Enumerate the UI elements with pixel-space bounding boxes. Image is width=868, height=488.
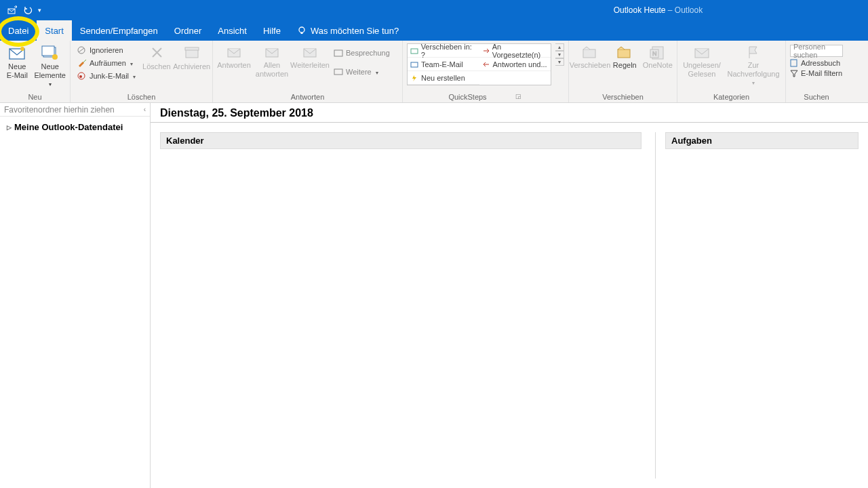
group-label-quicksteps: QuickSteps◲	[407, 92, 564, 102]
svg-rect-20	[411, 49, 418, 54]
undo-icon[interactable]	[23, 5, 33, 15]
svg-line-10	[83, 60, 86, 62]
quicksteps-scroll: ▴ ▾ ▾	[555, 43, 564, 66]
window-title: Outlook Heute – Outlook	[41, 5, 868, 15]
ignore-icon	[77, 46, 87, 54]
svg-point-12	[79, 75, 82, 78]
outlook-today-pane: Dienstag, 25. September 2018 Kalender Au…	[151, 103, 868, 488]
svg-line-9	[79, 48, 84, 52]
svg-point-1	[299, 27, 304, 33]
group-kategorien: Ungelesen/ Gelesen Zur Nachverfolgung ▾ …	[677, 41, 786, 102]
group-neu: Neue E-Mail Neue Elemente ▾ Neu	[0, 41, 71, 102]
unread-read-button[interactable]: Ungelesen/ Gelesen	[682, 43, 722, 78]
tab-folder[interactable]: Ordner	[166, 20, 210, 41]
tell-me-search[interactable]: Was möchten Sie tun?	[289, 20, 407, 41]
group-quicksteps: Verschieben in: ? An Vorgesetzte(n) Team…	[403, 41, 569, 102]
ignore-button[interactable]: Ignorieren	[75, 45, 138, 56]
svg-rect-14	[185, 47, 199, 50]
folder-move-icon	[410, 47, 418, 54]
followup-button[interactable]: Zur Nachverfolgung ▾	[726, 43, 781, 87]
group-label-verschieben: Verschieben	[573, 92, 673, 102]
group-antworten: Antworten Allen antworten Weiterleiten B…	[213, 41, 403, 102]
group-suchen: Personen suchen Adressbuch E-Mail filter…	[786, 41, 847, 102]
qs-scroll-up[interactable]: ▴	[555, 43, 564, 51]
calendar-heading: Kalender	[160, 132, 642, 149]
calendar-icon	[334, 49, 343, 57]
book-icon	[790, 59, 798, 67]
rules-button[interactable]: Regeln	[611, 43, 639, 70]
group-label-kategorien: Kategorien	[682, 92, 781, 102]
qs-reply-and[interactable]: Antworten und...	[479, 58, 551, 71]
lightbulb-icon	[297, 26, 307, 35]
reply-all-button[interactable]: Allen antworten	[255, 43, 289, 78]
qs-empty	[479, 71, 551, 85]
svg-point-4	[20, 47, 24, 51]
favorites-drop-hint[interactable]: Favoritenordner hierhin ziehen ‹	[0, 103, 150, 117]
quicksteps-dialog-launcher[interactable]: ◲	[514, 93, 523, 101]
qs-team-email[interactable]: Team-E-Mail	[408, 58, 479, 71]
junk-button[interactable]: Junk-E-Mail	[75, 70, 138, 81]
lightning-icon	[410, 75, 418, 81]
group-label-neu: Neu	[4, 92, 66, 102]
qs-expand[interactable]: ▾	[555, 58, 564, 66]
addressbook-button[interactable]: Adressbuch	[790, 59, 843, 67]
onenote-button[interactable]: N OneNote	[643, 43, 673, 70]
svg-rect-28	[791, 60, 797, 66]
quicksteps-gallery[interactable]: Verschieben in: ? An Vorgesetzte(n) Team…	[407, 43, 551, 85]
title-bar: ▾ Outlook Heute – Outlook	[0, 0, 868, 20]
more-respond-button[interactable]: Weitere	[331, 66, 393, 77]
group-label-loeschen: Löschen	[75, 92, 208, 102]
meeting-button[interactable]: Besprechung	[331, 47, 393, 58]
new-email-button[interactable]: Neue E-Mail	[4, 43, 31, 79]
svg-rect-2	[300, 33, 302, 34]
qs-to-manager[interactable]: An Vorgesetzte(n)	[479, 44, 551, 58]
tab-view[interactable]: Ansicht	[210, 20, 255, 41]
group-verschieben: Verschieben Regeln N OneNote Verschieben	[569, 41, 677, 102]
qs-scroll-down[interactable]: ▾	[555, 51, 564, 58]
mail-icon	[410, 61, 418, 68]
content-area: Favoritenordner hierhin ziehen ‹ Meine O…	[0, 103, 868, 488]
tasks-panel: Aufgaben	[655, 132, 859, 479]
delete-button[interactable]: Löschen	[142, 43, 171, 71]
svg-rect-21	[411, 62, 418, 67]
cleanup-button[interactable]: Aufräumen	[75, 58, 138, 68]
svg-rect-6	[42, 46, 54, 56]
chevron-left-icon[interactable]: ‹	[144, 106, 146, 113]
ribbon: Neue E-Mail Neue Elemente ▾ Neu Ignorier…	[0, 41, 868, 103]
people-search-input[interactable]: Personen suchen	[790, 45, 843, 57]
tab-start[interactable]: Start	[37, 20, 71, 41]
tab-file[interactable]: Datei	[0, 20, 37, 41]
broom-icon	[77, 59, 87, 67]
group-label-suchen: Suchen	[790, 92, 843, 102]
qs-move-to[interactable]: Verschieben in: ?	[408, 44, 479, 58]
quick-access-toolbar: ▾	[0, 5, 41, 15]
qat-sendreceive-icon[interactable]	[7, 5, 18, 15]
archive-button[interactable]: Archivieren	[175, 43, 209, 71]
filter-email-button[interactable]: E-Mail filtern	[790, 69, 843, 77]
svg-rect-23	[618, 49, 630, 58]
ribbon-tabs: Datei Start Senden/Empfangen Ordner Ansi…	[0, 20, 868, 41]
group-label-antworten: Antworten	[217, 92, 398, 102]
folder-pane: Favoritenordner hierhin ziehen ‹ Meine O…	[0, 103, 151, 488]
junk-icon	[77, 72, 87, 80]
calendar-panel: Kalender	[160, 132, 642, 479]
envelope-icon	[334, 68, 343, 76]
move-button[interactable]: Verschieben	[573, 43, 607, 70]
svg-text:N: N	[652, 50, 657, 57]
forward-button[interactable]: Weiterleiten	[293, 43, 327, 70]
svg-rect-19	[334, 69, 342, 75]
tasks-heading: Aufgaben	[665, 132, 859, 149]
svg-rect-13	[186, 49, 198, 58]
today-date-heading: Dienstag, 25. September 2018	[151, 103, 868, 123]
funnel-icon	[790, 69, 798, 77]
tab-help[interactable]: Hilfe	[255, 20, 289, 41]
reply-button[interactable]: Antworten	[217, 43, 251, 70]
group-loeschen: Ignorieren Aufräumen Junk-E-Mail Löschen…	[71, 41, 213, 102]
svg-rect-22	[583, 49, 595, 58]
forward-icon	[482, 47, 490, 54]
outlook-data-file-node[interactable]: Meine Outlook-Datendatei	[0, 117, 150, 138]
qs-create-new[interactable]: Neu erstellen	[408, 71, 479, 85]
new-items-button[interactable]: Neue Elemente ▾	[35, 43, 66, 88]
reply-icon	[482, 61, 490, 68]
tab-send-receive[interactable]: Senden/Empfangen	[72, 20, 166, 41]
